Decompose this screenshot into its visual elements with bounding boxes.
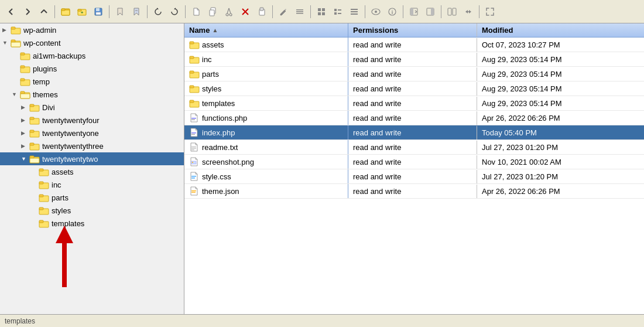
file-permissions-cell: read and write (348, 38, 477, 52)
file-icon (189, 128, 200, 137)
tree-item[interactable]: temp (0, 75, 184, 88)
info-button[interactable]: i (385, 4, 400, 19)
svg-line-18 (227, 8, 229, 13)
col-modified-header[interactable]: Modified (477, 23, 644, 37)
tree-item[interactable]: ▶ wp-admin (0, 23, 184, 36)
file-name-label: assets (202, 40, 224, 49)
tree-item[interactable]: assets (0, 165, 184, 178)
svg-rect-101 (191, 120, 195, 121)
tree-item[interactable]: templates (0, 217, 184, 230)
sep5 (272, 5, 273, 18)
tree-item-label: temp (33, 77, 50, 86)
tree-item[interactable]: plugins (0, 62, 184, 75)
col-perms-header[interactable]: Permissions (348, 23, 477, 37)
file-list-header: Name ▲ Permissions Modified (184, 23, 644, 38)
sync-button[interactable] (461, 4, 476, 19)
svg-rect-111 (191, 190, 196, 191)
sort-arrow-icon: ▲ (212, 27, 218, 33)
file-modified-cell: Jul 27, 2023 01:20 PM (477, 170, 644, 183)
table-row[interactable]: templatesread and writeAug 29, 2023 05:1… (184, 96, 644, 111)
file-name-label: templates (202, 99, 235, 108)
copy-button[interactable] (205, 4, 220, 19)
svg-marker-51 (469, 10, 471, 13)
list-button[interactable] (330, 4, 345, 19)
file-name-cell: styles (184, 81, 348, 96)
col-name-header[interactable]: Name ▲ (184, 23, 348, 37)
svg-marker-12 (157, 8, 159, 9)
file-permissions-cell: read and write (348, 111, 477, 125)
table-row[interactable]: index.phpread and writeToday 05:40 PM (184, 125, 644, 140)
fullscreen-button[interactable] (482, 4, 498, 19)
tree-item[interactable]: ▶ twentytwentyfour (0, 114, 184, 127)
tree-item[interactable]: ▼ themes (0, 88, 184, 101)
delete-button[interactable] (238, 4, 253, 19)
toolbar: + (0, 0, 644, 23)
svg-rect-35 (351, 9, 358, 10)
new-folder-button[interactable]: + (74, 4, 90, 19)
hide-left-button[interactable] (406, 4, 422, 19)
folder-icon (29, 141, 40, 151)
file-name-cell: screenshot.png (184, 155, 348, 169)
svg-text:+: + (81, 10, 84, 15)
preview-button[interactable] (368, 4, 383, 19)
browse-button[interactable] (58, 4, 73, 19)
table-row[interactable]: screenshot.pngread and writeNov 10, 2021… (184, 155, 644, 169)
svg-point-39 (375, 11, 377, 13)
table-row[interactable]: partsread and writeAug 29, 2023 05:14 PM (184, 67, 644, 81)
table-row[interactable]: functions.phpread and writeApr 26, 2022 … (184, 111, 644, 125)
svg-rect-79 (39, 169, 43, 171)
tree-item[interactable]: styles (0, 204, 184, 217)
file-permissions-cell: read and write (348, 53, 477, 66)
svg-rect-63 (20, 79, 25, 81)
tree-item[interactable]: ▶ twentytwentyone (0, 127, 184, 139)
refresh-button[interactable] (150, 4, 166, 19)
sep3 (147, 5, 148, 18)
tree-item[interactable]: ▼ wp-content (0, 36, 184, 49)
table-row[interactable]: assetsread and writeOct 07, 2023 10:27 P… (184, 38, 644, 52)
tree-item[interactable]: parts (0, 191, 184, 204)
tree-arrow-icon: ▶ (21, 117, 29, 123)
tree-arrow-icon: ▶ (21, 130, 29, 136)
tree-arrow-icon: ▼ (12, 91, 20, 97)
new-file-button[interactable] (189, 4, 204, 19)
tree-item[interactable]: inc (0, 178, 184, 191)
table-row[interactable]: theme.jsonread and writeApr 26, 2022 06:… (184, 184, 644, 199)
properties-button[interactable] (292, 4, 307, 19)
paste-button[interactable] (254, 4, 269, 19)
rename-button[interactable] (276, 4, 291, 19)
svg-rect-49 (453, 8, 456, 15)
forward-button[interactable] (20, 4, 35, 19)
go-button[interactable] (167, 4, 182, 19)
tree-item[interactable]: ▶ Divi (0, 101, 184, 114)
file-name-label: screenshot.png (202, 158, 254, 166)
svg-rect-24 (296, 9, 303, 11)
multi-view-button[interactable] (444, 4, 460, 19)
grid-button[interactable] (314, 4, 329, 19)
tree-item[interactable]: ▼ twentytwentytwo (0, 152, 184, 165)
details-button[interactable] (347, 4, 362, 19)
file-permissions-cell: read and write (348, 82, 477, 96)
folder-icon (20, 64, 30, 73)
tree-item[interactable]: ▶ twentytwentythree (0, 139, 184, 152)
folder-icon (39, 206, 49, 215)
tree-item[interactable]: ai1wm-backups (0, 49, 184, 62)
status-text: templates (5, 317, 35, 325)
cut-button[interactable] (221, 4, 237, 19)
svg-rect-32 (334, 12, 337, 15)
bookmark2-button[interactable] (129, 4, 144, 19)
up-button[interactable] (36, 4, 52, 19)
hide-right-button[interactable] (423, 4, 438, 19)
back-button[interactable] (4, 4, 19, 19)
table-row[interactable]: stylesread and writeAug 29, 2023 05:14 P… (184, 81, 644, 96)
svg-marker-13 (174, 8, 176, 9)
svg-rect-15 (210, 10, 214, 16)
svg-rect-54 (11, 27, 15, 29)
table-row[interactable]: incread and writeAug 29, 2023 05:14 PM (184, 52, 644, 67)
file-modified-cell: Jul 27, 2023 01:20 PM (477, 141, 644, 154)
table-row[interactable]: style.cssread and writeJul 27, 2023 01:2… (184, 169, 644, 184)
save-button[interactable] (91, 4, 106, 19)
svg-rect-104 (191, 147, 196, 147)
sep8 (403, 5, 403, 18)
bookmark-button[interactable] (112, 4, 128, 19)
table-row[interactable]: readme.txtread and writeJul 27, 2023 01:… (184, 140, 644, 155)
